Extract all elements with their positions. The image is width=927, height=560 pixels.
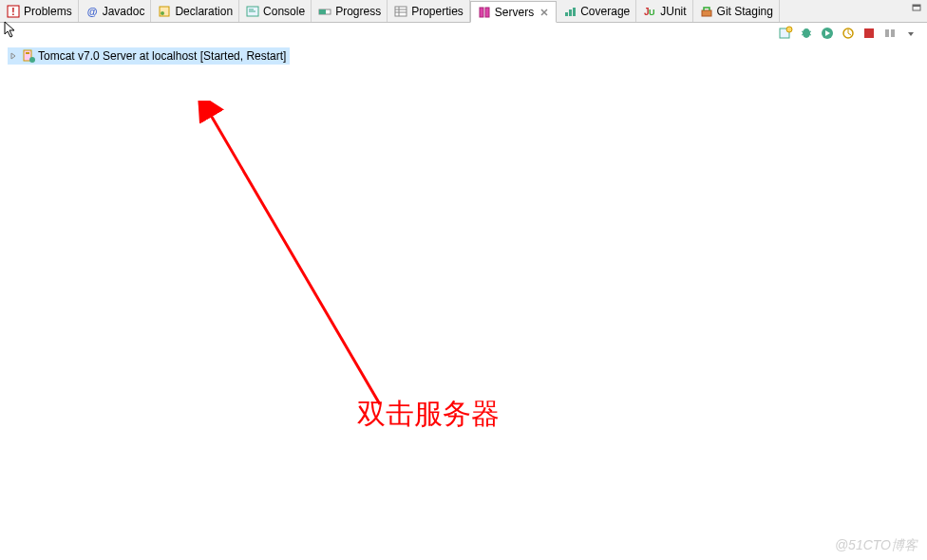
progress-icon xyxy=(317,4,332,19)
javadoc-icon: @ xyxy=(85,4,100,19)
svg-point-28 xyxy=(803,28,810,38)
tab-servers[interactable]: Servers xyxy=(470,1,557,23)
tab-label: Progress xyxy=(335,5,381,18)
server-tree-item[interactable]: Tomcat v7.0 Server at localhost [Started… xyxy=(8,47,290,65)
new-server-button[interactable] xyxy=(777,25,794,42)
svg-rect-25 xyxy=(913,5,920,7)
tab-label: Servers xyxy=(495,6,534,19)
watermark: @51CTO博客 xyxy=(835,537,918,554)
svg-rect-39 xyxy=(891,29,895,37)
stop-button[interactable] xyxy=(861,25,878,42)
profile-button[interactable] xyxy=(840,25,857,42)
svg-point-4 xyxy=(161,11,164,15)
tab-declaration[interactable]: Declaration xyxy=(151,0,239,22)
tab-javadoc[interactable]: @ Javadoc xyxy=(79,0,152,22)
tab-label: Declaration xyxy=(175,5,233,18)
properties-icon xyxy=(393,4,408,19)
svg-text:@: @ xyxy=(86,6,97,17)
tab-git-staging[interactable]: Git Staging xyxy=(693,0,780,22)
server-label: Tomcat v7.0 Server at localhost [Started… xyxy=(38,49,286,63)
svg-rect-23 xyxy=(702,10,711,16)
servers-content: Tomcat v7.0 Server at localhost [Started… xyxy=(0,44,927,560)
tab-label: Coverage xyxy=(580,5,630,18)
svg-rect-15 xyxy=(485,8,489,17)
tab-junit[interactable]: JU JUnit xyxy=(636,0,692,22)
svg-point-42 xyxy=(29,57,35,63)
tomcat-server-icon xyxy=(21,48,36,64)
svg-rect-10 xyxy=(395,7,407,16)
problems-icon: ! xyxy=(6,4,21,19)
junit-icon: JU xyxy=(642,4,657,19)
tab-label: Git Staging xyxy=(717,5,773,18)
tab-label: Problems xyxy=(24,5,72,18)
minimize-icon[interactable] xyxy=(910,2,923,15)
view-menu-button[interactable] xyxy=(902,25,919,42)
annotation-label: 双击服务器 xyxy=(357,395,500,434)
close-icon[interactable] xyxy=(539,7,550,18)
svg-rect-9 xyxy=(319,9,326,14)
svg-rect-3 xyxy=(160,7,169,16)
view-tab-bar: ! Problems @ Javadoc Declaration Console… xyxy=(0,0,927,23)
tab-label: Javadoc xyxy=(103,5,145,18)
tab-problems[interactable]: ! Problems xyxy=(0,0,79,22)
tab-console[interactable]: Console xyxy=(239,0,312,22)
tab-properties[interactable]: Properties xyxy=(388,0,470,22)
coverage-icon xyxy=(562,4,577,19)
start-button[interactable] xyxy=(819,25,836,42)
tab-label: Properties xyxy=(411,5,464,18)
declaration-icon xyxy=(157,4,172,19)
svg-rect-37 xyxy=(864,28,874,38)
publish-button[interactable] xyxy=(881,25,899,42)
svg-rect-18 xyxy=(565,12,568,16)
tab-label: Console xyxy=(263,5,305,18)
servers-icon xyxy=(477,5,492,20)
svg-rect-41 xyxy=(26,52,29,54)
svg-rect-19 xyxy=(569,9,572,16)
annotation-arrow xyxy=(190,101,399,414)
expand-arrow-icon[interactable] xyxy=(8,50,19,62)
git-staging-icon xyxy=(699,4,714,19)
tab-label: JUnit xyxy=(660,5,686,18)
svg-text:!: ! xyxy=(11,7,14,17)
console-icon xyxy=(245,4,260,19)
svg-rect-14 xyxy=(480,8,483,17)
tab-progress[interactable]: Progress xyxy=(312,0,388,22)
debug-button[interactable] xyxy=(798,25,815,42)
svg-rect-38 xyxy=(885,29,889,37)
svg-line-43 xyxy=(209,112,380,404)
svg-line-36 xyxy=(848,33,851,35)
servers-toolbar xyxy=(0,23,927,44)
svg-point-27 xyxy=(786,27,792,32)
svg-rect-20 xyxy=(573,8,576,16)
svg-text:U: U xyxy=(649,8,655,17)
tab-coverage[interactable]: Coverage xyxy=(557,0,636,22)
